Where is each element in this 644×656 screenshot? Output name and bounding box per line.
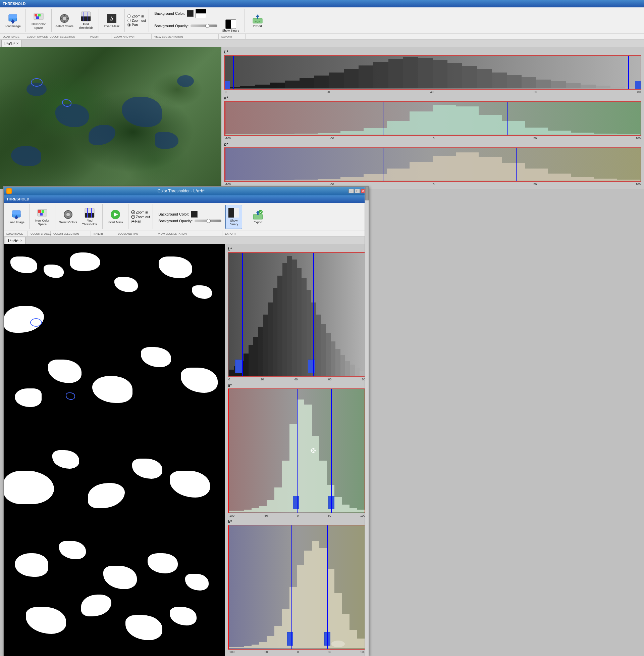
bg-color-swatch[interactable] [187,10,193,17]
top-tab-lab[interactable]: L*a*b* ✕ [1,40,22,47]
bottom-hist-a-thresh-right[interactable] [331,389,332,512]
bar [479,157,502,181]
bottom-tab-lab[interactable]: L*a*b* ✕ [5,237,25,244]
bar [596,86,611,89]
svg-rect-5 [34,14,37,17]
bottom-pan-radio-dot[interactable] [131,220,135,223]
find-thresholds-button[interactable]: Find Thresholds [76,8,96,32]
selection-outline-1 [31,78,43,87]
select-colors-button[interactable]: Select Colors [54,8,74,32]
top-tab-close[interactable]: ✕ [16,42,19,45]
zoom-out-radio-dot[interactable] [128,19,131,22]
bottom-load-section: Load Image [4,204,29,229]
bottom-find-thresholds-button[interactable]: Find Thresholds [79,205,100,229]
bg-controls: Background Color: Background Opacity: Sh… [152,9,242,32]
top-hist-L-box-left[interactable] [225,81,230,89]
bar [270,83,284,88]
bar [341,131,364,135]
bar [271,134,295,135]
window-minimize-button[interactable]: ─ [348,189,354,193]
top-hist-b-thresh-left[interactable] [383,148,383,181]
bottom-zoom-out-radio[interactable]: Zoom out [131,215,150,219]
bottom-scroll-thumb[interactable] [365,187,369,200]
bottom-tl-spaces: COLOR SPACES [28,231,51,236]
bottom-hist-a-thresh-left[interactable] [297,389,298,512]
bottom-bg-opacity-row: Background Opacity: [158,219,221,223]
top-hist-b-chart[interactable] [224,147,641,182]
bottom-select-colors-button[interactable]: Select Colors [58,205,78,229]
zoom-in-radio[interactable]: Zoom in [128,15,146,18]
bar [316,314,321,376]
show-binary-button[interactable]: Show Binary [222,20,239,32]
bar [551,81,566,88]
top-hist-L-thresh-right[interactable] [628,56,629,89]
tl-invert: INVERT [87,34,111,39]
bottom-new-color-space-button[interactable]: New Color Space [32,205,52,229]
bottom-show-binary-button[interactable]: Show Binary [225,205,242,229]
bottom-hist-L-chart[interactable] [228,252,366,377]
bottom-export-button[interactable]: Export [248,205,268,229]
bottom-opacity-slider-thumb[interactable] [207,219,211,223]
bottom-hist-a-crosshair[interactable] [310,447,317,455]
bottom-hist-b-handle-left[interactable] [287,632,293,646]
bottom-invert-mask-button[interactable]: Invert Mask [105,205,125,229]
bottom-hist-a-chart[interactable] [228,389,366,513]
bar [300,78,314,89]
bar [318,133,341,135]
top-hist-a-thresh-right[interactable] [507,102,508,135]
bottom-hist-L-thresh-left[interactable] [242,253,243,376]
bottom-select-colors-icon [63,209,73,220]
bar [349,508,357,512]
top-hist-a-chart[interactable] [224,101,641,136]
bar [318,179,341,181]
bottom-zoom-pan-group: Zoom in Zoom out Pan [131,210,150,223]
top-hist-L-chart[interactable] [224,55,641,90]
bottom-tab-bar: L*a*b* ✕ [4,237,369,244]
top-hist-b-red-left [225,148,225,181]
pan-radio-dot[interactable] [128,23,131,26]
opacity-slider[interactable] [190,24,217,27]
export-button[interactable]: FCN Export [248,8,268,32]
bar [304,551,312,648]
bottom-tab-close[interactable]: ✕ [20,239,22,242]
bottom-color-selection-section: Select Colors Find Thresholds [55,204,102,229]
bottom-bg-color-swatch[interactable] [191,211,198,218]
opacity-slider-thumb[interactable] [205,24,209,28]
new-color-space-button[interactable]: New Color Space [28,8,49,32]
bottom-hist-b-thresh-left[interactable] [292,525,292,649]
bottom-hist-L-thresh-right[interactable] [313,253,314,376]
bottom-hist-a-handle-left[interactable] [293,496,299,509]
zoom-out-radio[interactable]: Zoom out [128,19,146,22]
bottom-hist-b-chart[interactable] [228,525,366,650]
white-blob-9 [48,359,82,383]
zoom-in-radio-dot[interactable] [128,15,131,18]
tl-selection: COLOR SELECTION [47,34,87,39]
invert-mask-button[interactable]: S Invert Mask [101,8,122,32]
bar [617,134,640,135]
bar [331,342,336,376]
bottom-load-image-button[interactable]: Load Image [6,205,26,229]
bottom-hist-L-handle-right[interactable] [308,359,315,373]
white-blob-3 [44,265,64,278]
window-maximize-button[interactable]: □ [354,189,360,193]
bottom-opacity-slider[interactable] [194,220,221,222]
top-hist-a-thresh-left[interactable] [383,102,383,135]
bottom-bg-opacity-label: Background Opacity: [158,219,192,223]
bar [571,133,594,135]
bottom-zoom-in-radio[interactable]: Zoom in [131,210,150,214]
bottom-hist-L-handle-left[interactable] [235,359,243,373]
bottom-pan-radio[interactable]: Pan [131,220,150,223]
white-blob-19 [59,541,86,559]
bottom-view-seg-section: Background Color: Background Opacity: [153,204,245,229]
bottom-hist-b-thresh-right[interactable] [327,525,328,649]
svg-rect-34 [85,213,94,218]
top-hist-L-thresh-left[interactable] [233,56,234,89]
pan-radio[interactable]: Pan [128,23,146,27]
bar [344,69,359,88]
top-hist-b-thresh-right[interactable] [516,148,516,181]
load-image-button[interactable]: Load Image [3,8,23,32]
svg-rect-26 [16,218,18,219]
bar [611,87,625,89]
bar [263,314,268,376]
top-hist-L-box-right[interactable] [635,81,641,89]
